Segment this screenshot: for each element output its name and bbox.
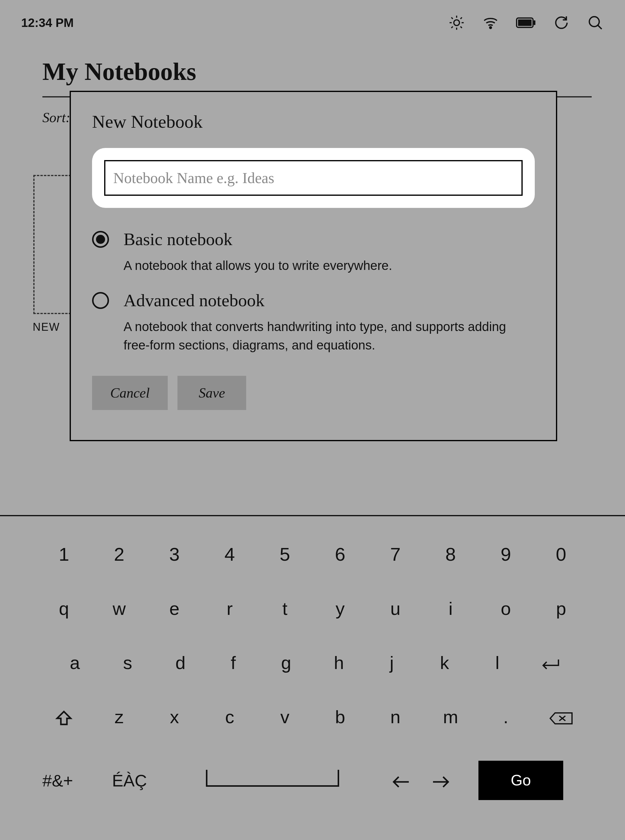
key-d[interactable]: d <box>154 652 207 673</box>
svg-line-14 <box>598 25 602 29</box>
option-advanced-body: Advanced notebook A notebook that conver… <box>124 290 535 355</box>
key-backspace[interactable] <box>533 707 589 727</box>
key-c[interactable]: c <box>202 707 257 727</box>
key-8[interactable]: 8 <box>423 544 478 565</box>
key-enter[interactable] <box>524 652 577 673</box>
key-5[interactable]: 5 <box>257 544 312 565</box>
key-r[interactable]: r <box>202 598 257 619</box>
key-9[interactable]: 9 <box>478 544 533 565</box>
radio-advanced-notebook[interactable] <box>92 292 109 309</box>
key-7[interactable]: 7 <box>368 544 423 565</box>
notebook-name-input[interactable] <box>104 160 522 196</box>
radio-basic-notebook[interactable] <box>92 231 109 248</box>
option-advanced-desc: A notebook that converts handwriting int… <box>124 318 517 355</box>
key-f[interactable]: f <box>207 652 260 673</box>
key-e[interactable]: e <box>147 598 202 619</box>
keyboard-row-1: 1 2 3 4 5 6 7 8 9 0 <box>36 544 589 565</box>
sync-icon[interactable] <box>553 14 570 31</box>
key-6[interactable]: 6 <box>312 544 368 565</box>
new-notebook-modal: New Notebook Basic notebook A notebook t… <box>70 91 557 441</box>
svg-line-6 <box>460 26 462 28</box>
option-basic-body: Basic notebook A notebook that allows yo… <box>124 229 535 275</box>
status-icons <box>448 14 604 31</box>
key-q[interactable]: q <box>36 598 92 619</box>
status-time: 12:34 PM <box>21 16 73 29</box>
key-symbols[interactable]: #&+ <box>36 771 112 790</box>
key-n[interactable]: n <box>368 707 423 727</box>
spacebar-icon <box>206 770 339 787</box>
key-period[interactable]: . <box>478 707 533 727</box>
search-icon[interactable] <box>587 14 604 31</box>
key-go[interactable]: Go <box>479 761 563 800</box>
keyboard-row-5: #&+ ÉÀÇ Go <box>36 761 589 800</box>
svg-rect-12 <box>533 20 535 25</box>
option-basic-desc: A notebook that allows you to write ever… <box>124 257 517 275</box>
svg-line-8 <box>460 17 462 19</box>
page-title: My Notebooks <box>42 57 592 86</box>
key-y[interactable]: y <box>312 598 368 619</box>
svg-line-7 <box>451 26 453 28</box>
status-bar: 12:34 PM <box>0 0 625 45</box>
key-3[interactable]: 3 <box>147 544 202 565</box>
key-u[interactable]: u <box>368 598 423 619</box>
modal-title: New Notebook <box>92 112 535 132</box>
key-0[interactable]: 0 <box>533 544 589 565</box>
notebook-name-input-wrap <box>92 148 535 208</box>
option-basic-title: Basic notebook <box>124 229 535 250</box>
key-o[interactable]: o <box>478 598 533 619</box>
key-b[interactable]: b <box>312 707 368 727</box>
save-button[interactable]: Save <box>177 376 246 410</box>
keyboard-row-4: z x c v b n m . <box>36 707 589 727</box>
key-2[interactable]: 2 <box>92 544 146 565</box>
key-g[interactable]: g <box>260 652 312 673</box>
wifi-icon[interactable] <box>482 14 499 31</box>
key-arrow-right[interactable] <box>421 770 460 791</box>
key-k[interactable]: k <box>418 652 471 673</box>
svg-rect-11 <box>518 19 532 26</box>
key-j[interactable]: j <box>365 652 418 673</box>
key-shift[interactable] <box>36 707 92 727</box>
keyboard-row-3: a s d f g h j k l <box>36 652 589 673</box>
key-accents[interactable]: ÉÀÇ <box>112 771 188 790</box>
key-i[interactable]: i <box>423 598 478 619</box>
keyboard-row-2: q w e r t y u i o p <box>36 598 589 619</box>
key-a[interactable]: a <box>48 652 101 673</box>
key-x[interactable]: x <box>147 707 202 727</box>
option-basic-notebook[interactable]: Basic notebook A notebook that allows yo… <box>92 229 535 275</box>
key-m[interactable]: m <box>423 707 478 727</box>
key-w[interactable]: w <box>92 598 146 619</box>
key-z[interactable]: z <box>92 707 146 727</box>
svg-point-0 <box>454 20 460 26</box>
key-s[interactable]: s <box>101 652 154 673</box>
svg-point-13 <box>589 17 599 26</box>
key-arrow-left[interactable] <box>381 770 421 791</box>
svg-point-9 <box>490 27 491 29</box>
key-t[interactable]: t <box>257 598 312 619</box>
svg-marker-15 <box>57 712 71 725</box>
cancel-button[interactable]: Cancel <box>92 376 168 410</box>
battery-icon[interactable] <box>516 17 536 29</box>
key-p[interactable]: p <box>533 598 589 619</box>
key-v[interactable]: v <box>257 707 312 727</box>
key-h[interactable]: h <box>312 652 365 673</box>
svg-line-5 <box>451 17 453 19</box>
new-notebook-tile-label: NEW <box>33 321 60 333</box>
key-1[interactable]: 1 <box>36 544 92 565</box>
option-advanced-notebook[interactable]: Advanced notebook A notebook that conver… <box>92 290 535 355</box>
key-space[interactable] <box>188 770 357 791</box>
brightness-icon[interactable] <box>448 14 465 31</box>
option-advanced-title: Advanced notebook <box>124 290 535 310</box>
key-4[interactable]: 4 <box>202 544 257 565</box>
onscreen-keyboard: 1 2 3 4 5 6 7 8 9 0 q w e r t y u i o p … <box>0 515 625 840</box>
modal-buttons: Cancel Save <box>92 376 535 410</box>
key-l[interactable]: l <box>471 652 524 673</box>
